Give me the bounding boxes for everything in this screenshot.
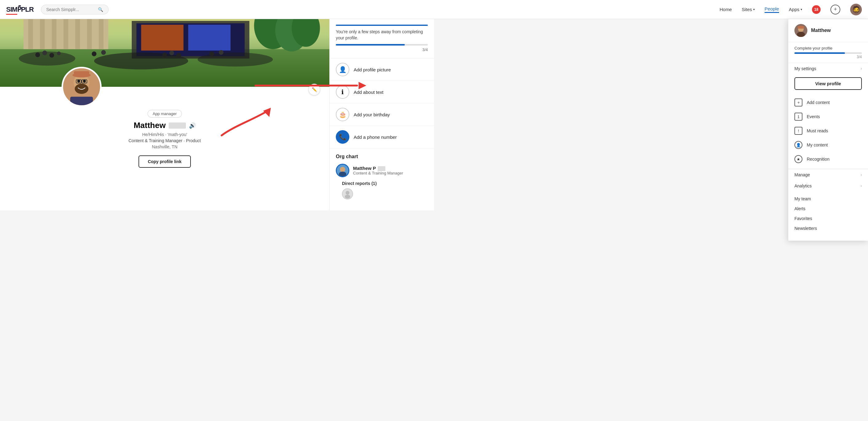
direct-reports-label: Direct reports (1) [342, 181, 428, 186]
profile-title: Content & Training Manager · Product [12, 138, 317, 143]
svg-rect-7 [63, 19, 68, 49]
svg-point-20 [197, 52, 273, 66]
org-person-avatar [336, 164, 349, 177]
step-label-about: Add about text [354, 90, 383, 95]
svg-point-45 [339, 172, 346, 177]
step-icon-profile: 👤 [336, 63, 349, 76]
svg-point-48 [345, 195, 350, 198]
profile-area: ✏️ App manager Matthew ████ 🔊 He/Him/His… [0, 19, 329, 210]
cover-scene [0, 19, 329, 87]
svg-rect-4 [28, 19, 33, 49]
top-navigation: SIMP̄PLR 🔍 Home Sites ▾ People Apps ▾ 18… [0, 0, 434, 19]
report-avatar-image [343, 188, 352, 199]
svg-rect-8 [75, 19, 80, 49]
step-icon-phone: 📞 [336, 130, 349, 144]
direct-report-avatar[interactable] [342, 188, 353, 199]
svg-point-31 [219, 50, 223, 55]
svg-point-23 [50, 53, 54, 58]
svg-point-34 [75, 84, 88, 94]
svg-point-21 [35, 52, 40, 57]
direct-reports-section: Direct reports (1) [336, 181, 428, 199]
svg-point-25 [92, 52, 96, 56]
step-birthday[interactable]: 🎂 Add your birthday [330, 103, 434, 126]
step-profile-picture[interactable]: 👤 Add profile picture [330, 59, 434, 81]
profile-name: Matthew ████ 🔊 [12, 121, 317, 130]
profile-content: App manager Matthew ████ 🔊 He/Him/His · … [12, 87, 317, 168]
svg-rect-14 [188, 25, 230, 51]
svg-point-47 [346, 191, 349, 194]
step-about-text[interactable]: ℹ Add about text [330, 81, 434, 103]
progress-top-bar [336, 25, 428, 26]
profile-progress-section: You're only a few steps away from comple… [330, 19, 434, 59]
progress-bar-track [336, 44, 428, 45]
progress-intro-text: You're only a few steps away from comple… [336, 29, 428, 41]
profile-location: Nashville, TN [12, 144, 317, 149]
svg-rect-9 [87, 19, 92, 49]
search-bar[interactable]: 🔍 [41, 5, 108, 14]
svg-rect-5 [40, 19, 44, 49]
step-phone[interactable]: 📞 Add a phone number [330, 126, 434, 148]
profile-bottom-section: ✏️ App manager Matthew ████ 🔊 He/Him/His… [0, 87, 329, 168]
svg-point-19 [94, 52, 188, 69]
svg-point-36 [83, 80, 86, 83]
edit-pencil-button[interactable]: ✏️ [308, 84, 320, 95]
svg-point-24 [57, 52, 61, 55]
step-label-profile: Add profile picture [354, 67, 391, 72]
step-label-phone: Add a phone number [354, 134, 397, 140]
svg-rect-6 [52, 19, 56, 49]
simpplr-logo[interactable]: SIMP̄PLR [6, 5, 34, 13]
cover-photo [0, 19, 329, 87]
step-label-birthday: Add your birthday [354, 112, 390, 117]
org-chart-section: Org chart Matthew P ██ Content & Trainin… [330, 148, 434, 205]
profile-avatar [62, 67, 101, 107]
cover-background [0, 19, 329, 87]
svg-point-27 [162, 52, 167, 57]
svg-point-29 [176, 53, 181, 58]
search-input[interactable] [46, 7, 95, 12]
org-person-role: Content & Training Manager [353, 171, 403, 175]
svg-point-44 [340, 167, 345, 172]
svg-rect-10 [99, 19, 103, 49]
svg-point-30 [209, 52, 214, 56]
main-content: ✏️ App manager Matthew ████ 🔊 He/Him/His… [0, 0, 434, 210]
svg-point-22 [42, 51, 47, 55]
svg-point-18 [19, 52, 75, 66]
speaker-icon[interactable]: 🔊 [189, 122, 196, 129]
svg-point-26 [101, 50, 106, 55]
org-person-name: Matthew P ██ [353, 166, 403, 171]
profile-pronouns: He/Him/His · 'math-you' [12, 132, 317, 137]
svg-rect-13 [141, 25, 184, 51]
copy-profile-link-button[interactable]: Copy profile link [138, 155, 191, 168]
search-icon: 🔍 [98, 7, 103, 12]
org-avatar-image [337, 164, 348, 177]
svg-rect-41 [74, 71, 89, 76]
role-badge: App manager [148, 110, 182, 118]
org-name-redacted: ██ [378, 166, 385, 171]
svg-point-28 [169, 51, 174, 55]
profile-avatar-image [63, 67, 100, 107]
org-chart-title: Org chart [336, 154, 428, 159]
org-person-info: Matthew P ██ Content & Training Manager [353, 166, 403, 175]
right-sidebar: You're only a few steps away from comple… [329, 19, 434, 210]
progress-bar-fill [336, 44, 405, 45]
progress-fraction: 3/4 [336, 47, 428, 52]
svg-point-35 [77, 80, 80, 83]
org-person[interactable]: Matthew P ██ Content & Training Manager [336, 164, 428, 177]
profile-name-redacted: ████ [169, 123, 186, 129]
step-icon-about: ℹ [336, 85, 349, 99]
step-icon-birthday: 🎂 [336, 108, 349, 121]
profile-name-text: Matthew [133, 121, 165, 130]
